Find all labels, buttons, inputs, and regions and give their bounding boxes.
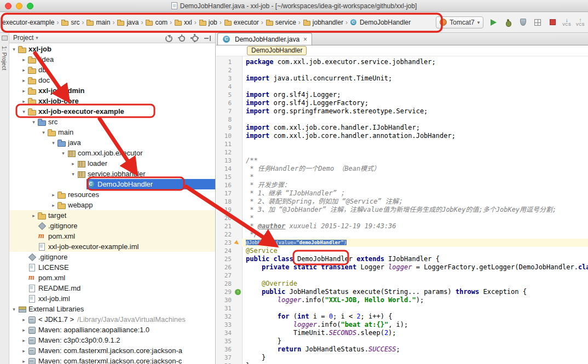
tree-item[interactable]: DemoJobHandler [9, 179, 215, 189]
tree-item[interactable]: ▸xxl-job-admin [9, 85, 215, 96]
gutter-icon-area[interactable] [234, 362, 242, 364]
breadcrumb-item-class[interactable]: DemoJobHandler [349, 18, 412, 27]
breadcrumb-item[interactable]: service [264, 18, 297, 27]
gutter-icon-area[interactable] [234, 337, 242, 345]
expand-arrow-closed-icon[interactable]: ▸ [30, 213, 37, 218]
gutter-icon-area[interactable] [234, 148, 242, 157]
gutter-icon-area[interactable] [234, 206, 242, 214]
expand-arrow-closed-icon[interactable]: ▸ [20, 57, 27, 62]
expand-arrow-open-icon[interactable]: ▾ [60, 151, 67, 156]
breadcrumb-item[interactable]: executor-example [1, 18, 55, 27]
gutter-icon-area[interactable] [234, 214, 242, 222]
expand-arrow-open-icon[interactable]: ▾ [40, 130, 47, 135]
breadcrumb-class-chip[interactable]: DemoJobHandler [247, 46, 307, 55]
code-editor[interactable]: 1package com.xxl.job.executor.service.jo… [216, 56, 588, 364]
expand-arrow-closed-icon[interactable]: ▸ [20, 338, 27, 343]
tree-item[interactable]: xxl-job.iml [9, 293, 215, 304]
tree-item[interactable]: xxl-job-executor-example.iml [9, 241, 215, 252]
gutter-icon-area[interactable] [234, 99, 242, 107]
expand-arrow-closed-icon[interactable]: ▸ [20, 317, 27, 322]
expand-arrow-closed-icon[interactable]: ▸ [20, 327, 27, 333]
gutter-icon-area[interactable] [234, 132, 242, 140]
expand-arrow-open-icon[interactable]: ▾ [10, 307, 18, 312]
gutter-icon-area[interactable] [234, 91, 242, 99]
tree-item[interactable]: ▸Maven: c3p0:c3p0:0.9.1.2 [9, 335, 215, 345]
tree-item[interactable]: LICENSE [9, 262, 215, 273]
breadcrumb-item[interactable]: main [85, 18, 111, 27]
gutter-icon-area[interactable]: ↑ [234, 288, 242, 296]
coverage-button[interactable] [518, 18, 528, 27]
tree-item[interactable]: ▸xxl-job-core [9, 96, 215, 106]
gutter-icon-area[interactable] [234, 304, 242, 313]
tree-item[interactable]: ▸resources [9, 189, 215, 200]
expand-arrow-open-icon[interactable]: ▾ [70, 171, 77, 177]
gutter-icon-area[interactable] [234, 263, 242, 271]
expand-arrow-closed-icon[interactable]: ▸ [20, 88, 27, 94]
override-marker-icon[interactable]: ↑ [235, 289, 241, 295]
expand-arrow-closed-icon[interactable]: ▸ [20, 359, 27, 364]
gutter-icon-area[interactable] [234, 329, 242, 337]
breadcrumb-item[interactable]: xxl [173, 18, 193, 27]
profiler-button[interactable] [533, 18, 543, 27]
gutter-icon-area[interactable] [234, 124, 242, 132]
window-zoom-button[interactable] [27, 3, 33, 9]
expand-arrow-closed-icon[interactable]: ▸ [20, 348, 27, 354]
tree-item[interactable]: .gitignore [9, 221, 215, 231]
breadcrumb-item[interactable]: jobhandler [302, 18, 344, 27]
tree-item[interactable]: ▸doc [9, 75, 215, 85]
gutter-icon-area[interactable] [234, 345, 242, 354]
expand-arrow-closed-icon[interactable]: ▸ [20, 78, 27, 83]
tree-item[interactable]: ▸webapp [9, 200, 215, 210]
expand-arrow-closed-icon[interactable]: ▸ [70, 161, 77, 166]
gutter-icon-area[interactable] [234, 321, 242, 329]
gutter-icon-area[interactable] [234, 157, 242, 165]
tree-item[interactable]: .gitignore [9, 252, 215, 262]
hide-panel-icon[interactable] [204, 34, 211, 42]
debug-button[interactable] [503, 18, 513, 27]
expand-arrow-open-icon[interactable]: ▾ [20, 109, 27, 114]
sync-icon[interactable] [165, 34, 172, 42]
tree-item[interactable]: README.md [9, 283, 215, 293]
close-icon[interactable]: × [303, 36, 307, 43]
expand-arrow-closed-icon[interactable]: ▸ [50, 192, 57, 198]
gutter-icon-area[interactable] [234, 83, 242, 91]
stop-button[interactable] [547, 18, 557, 27]
tree-item[interactable]: ▸loader [9, 158, 215, 169]
vcs-commit-button[interactable]: ↑ VCS [576, 18, 585, 27]
project-tool-button[interactable]: 1: Project [1, 46, 8, 70]
breadcrumb-item[interactable]: java [116, 18, 140, 27]
tree-item[interactable]: ▾xxl-job [9, 44, 215, 54]
tree-item[interactable]: pom.xml [9, 231, 215, 241]
vcs-update-button[interactable]: ↓ VCS [562, 18, 571, 27]
expand-arrow-closed-icon[interactable]: ▸ [20, 67, 27, 73]
expand-arrow-closed-icon[interactable]: ▸ [20, 99, 27, 104]
gutter-icon-area[interactable] [234, 107, 242, 115]
run-button[interactable] [488, 18, 498, 27]
tree-item[interactable]: ▸Maven: aopalliance:aopalliance:1.0 [9, 325, 215, 335]
gutter-icon-area[interactable] [234, 181, 242, 189]
gutter-icon-area[interactable] [234, 66, 242, 74]
gutter-icon-area[interactable] [234, 173, 242, 181]
expand-arrow-open-icon[interactable]: ▾ [10, 47, 18, 52]
gutter-icon-area[interactable] [234, 271, 242, 280]
tree-item[interactable]: ▾xxl-job-executor-example [9, 106, 215, 117]
tree-item[interactable]: ▾src [9, 117, 215, 127]
tree-item[interactable]: ▸target [9, 210, 215, 221]
tree-item[interactable]: ▾service.jobhandler [9, 169, 215, 179]
tree-item[interactable]: ▸Maven: com.fasterxml.jackson.core:jacks… [9, 356, 215, 364]
breadcrumb-item[interactable]: com [144, 18, 169, 27]
gutter-icon-area[interactable] [234, 313, 242, 321]
gutter-icon-area[interactable] [234, 354, 242, 362]
breadcrumb-item[interactable]: src [60, 18, 80, 27]
window-close-button[interactable] [5, 3, 11, 9]
tree-item[interactable]: ▾com.xxl.job.executor [9, 148, 215, 158]
gutter-icon-area[interactable] [234, 140, 242, 148]
tree-item[interactable]: ▾java [9, 137, 215, 148]
expand-arrow-open-icon[interactable]: ▾ [50, 140, 57, 146]
breadcrumb-item[interactable]: job [198, 18, 218, 27]
gutter-icon-area[interactable] [234, 74, 242, 83]
gutter-icon-area[interactable] [234, 239, 242, 247]
gutter-icon-area[interactable] [234, 230, 242, 239]
gutter-icon-area[interactable] [234, 247, 242, 255]
bookmark-icon[interactable] [234, 240, 240, 246]
